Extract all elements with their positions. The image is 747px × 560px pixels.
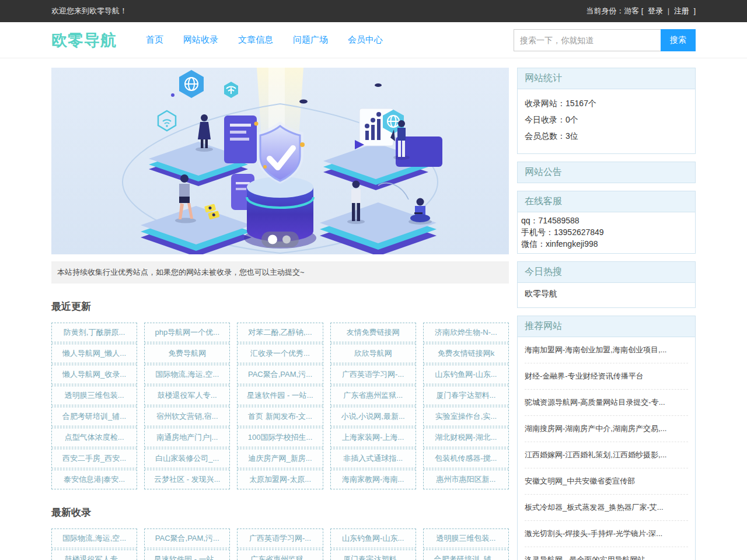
site-link[interactable]: 湖北财税网-湖北... bbox=[423, 428, 509, 447]
site-link[interactable]: 南通房地产门户|... bbox=[144, 428, 230, 447]
site-link[interactable]: 迪庆房产网_新房... bbox=[237, 449, 323, 468]
site-link[interactable]: 广西英语学习网-... bbox=[237, 528, 323, 548]
recommended-site-link[interactable]: 激光切割头-焊接头-手持焊-光学镜片-深... bbox=[525, 521, 688, 547]
site-link[interactable]: 广西英语学习网-... bbox=[330, 365, 416, 384]
announcement-panel-title: 网站公告 bbox=[518, 162, 695, 183]
site-link[interactable]: 鼓楼退役军人专... bbox=[144, 386, 230, 405]
site-link[interactable]: 透明膜三维包装... bbox=[423, 528, 509, 548]
recommended-site-link[interactable]: 安徽文明网_中共安徽省委宣传部 bbox=[525, 468, 688, 495]
identity-suffix: ] bbox=[693, 6, 696, 15]
site-link[interactable]: 实验室操作台,实... bbox=[423, 407, 509, 426]
service-contact-line: 手机号：13952627849 bbox=[521, 226, 692, 238]
nav-site-inclusion[interactable]: 网站收录 bbox=[183, 34, 218, 46]
login-link[interactable]: 登录 bbox=[648, 6, 663, 15]
hot-search-item[interactable]: 欧零导航 bbox=[525, 284, 688, 302]
site-link[interactable]: 首页 新闻发布-文... bbox=[237, 407, 323, 426]
service-contact-line: qq：714589588 bbox=[521, 215, 692, 226]
site-link[interactable]: 泰安信息港|泰安... bbox=[51, 470, 137, 489]
site-link[interactable]: 汇收录一个优秀... bbox=[237, 344, 323, 363]
identity-area: 当前身份：游客 [ 登录 | 注册 ] bbox=[586, 6, 696, 16]
site-link[interactable]: 国际物流,海运,空... bbox=[144, 365, 230, 384]
site-link[interactable]: 上海家装网-上海... bbox=[330, 428, 416, 447]
site-notice: 本站持续收集行业优秀站点，如果您的网站未被收录，您也可以主动提交~ bbox=[51, 261, 509, 284]
site-link[interactable]: 防黄剂,丁酰肼原... bbox=[51, 323, 137, 342]
site-link[interactable]: 免费友情链接网k bbox=[423, 344, 509, 363]
site-link[interactable]: 厦门春宇达塑料... bbox=[423, 386, 509, 405]
site-link[interactable]: 惠州市惠阳区新... bbox=[423, 470, 509, 489]
site-link[interactable]: 鼓楼退役军人专... bbox=[51, 550, 137, 560]
site-link[interactable]: 懒人导航网_懒人... bbox=[51, 344, 137, 363]
site-link[interactable]: 厦门春宇达塑料... bbox=[330, 550, 416, 560]
site-link[interactable]: 太原加盟网-太原... bbox=[237, 470, 323, 489]
site-link[interactable]: 点型气体浓度检... bbox=[51, 428, 137, 447]
stats-panel-title: 网站统计 bbox=[518, 68, 695, 89]
recommended-site-link[interactable]: 板式冷却器_板式蒸发器_换热器厂家-艾... bbox=[525, 495, 688, 521]
stat-line: 收录网站：15167个 bbox=[525, 99, 688, 109]
recommended-site-link[interactable]: 财经-金融界-专业财经资讯传播平台 bbox=[525, 363, 688, 390]
sidebar: 网站统计 收录网站：15167个今日收录：0个会员总数：3位 网站公告 在线客服… bbox=[517, 68, 696, 560]
site-link[interactable]: 西安二手房_西安... bbox=[51, 449, 137, 468]
identity-label: 当前身份：游客 [ bbox=[586, 6, 643, 15]
site-link[interactable]: 免费导航网 bbox=[144, 344, 230, 363]
deco-drone bbox=[299, 100, 308, 104]
site-link[interactable]: 国际物流,海运,空... bbox=[51, 528, 137, 548]
site-link[interactable]: 云梦社区 - 发现兴... bbox=[144, 470, 230, 489]
hot-search-title: 今日热搜 bbox=[518, 262, 695, 283]
site-link[interactable]: 欣欣导航网 bbox=[330, 344, 416, 363]
customer-service-title: 在线客服 bbox=[518, 191, 695, 212]
nav-home[interactable]: 首页 bbox=[146, 34, 163, 46]
search-button[interactable]: 搜索 bbox=[661, 29, 696, 51]
nav-article-info[interactable]: 文章信息 bbox=[238, 34, 273, 46]
site-link[interactable]: 山东钓鱼网-山东... bbox=[423, 365, 509, 384]
customer-service-panel: 在线客服 qq：714589588手机号：13952627849微信：xinfe… bbox=[517, 191, 696, 254]
site-link[interactable]: 星速软件园 - 一站... bbox=[144, 550, 230, 560]
recommended-site-link[interactable]: 江西婚嫁网-江西婚礼策划,江西婚纱摄影,... bbox=[525, 442, 688, 468]
deco-drone bbox=[375, 83, 382, 87]
site-link[interactable]: php导航网一个优... bbox=[144, 323, 230, 342]
recommended-site-link[interactable]: 洛灵导航网 - 最全面的实用导航网站 bbox=[525, 547, 688, 560]
site-link[interactable]: 山东钓鱼网-山东... bbox=[330, 528, 416, 548]
site-link[interactable]: 白山家装修公司_... bbox=[144, 449, 230, 468]
search-form: 搜索 bbox=[514, 29, 696, 51]
recommended-site-link[interactable]: 湖南搜房网-湖南房产中介,湖南房产交易,... bbox=[525, 416, 688, 442]
deco-dot bbox=[171, 93, 174, 97]
site-link[interactable]: 合肥考研培训_辅... bbox=[423, 550, 509, 560]
site-logo[interactable]: 欧零导航 bbox=[51, 30, 117, 51]
recommended-site-link[interactable]: 驼城资源导航网-高质量网站目录提交-专... bbox=[525, 390, 688, 416]
site-link[interactable]: 100国际学校招生... bbox=[237, 428, 323, 447]
carousel-indicator[interactable] bbox=[261, 232, 299, 247]
service-contact-line: 微信：xinfengkeji998 bbox=[521, 238, 692, 250]
site-link[interactable]: 宿州软文营销,宿... bbox=[144, 407, 230, 426]
hero-carousel[interactable] bbox=[51, 68, 509, 254]
carousel-dot[interactable] bbox=[282, 236, 291, 244]
site-link[interactable]: 小说,小说网,最新... bbox=[330, 407, 416, 426]
stat-line: 会员总数：3位 bbox=[525, 131, 688, 142]
nav-question-plaza[interactable]: 问题广场 bbox=[293, 34, 328, 46]
deco-coin bbox=[263, 165, 267, 169]
site-link[interactable]: PAC聚合,PAM,污... bbox=[144, 528, 230, 548]
latest-included-grid: 国际物流,海运,空...PAC聚合,PAM,污...广西英语学习网-...山东钓… bbox=[51, 528, 509, 560]
carousel-dot-active[interactable] bbox=[268, 235, 277, 244]
site-link[interactable]: PAC聚合,PAM,污... bbox=[237, 365, 323, 384]
nav-member-center[interactable]: 会员中心 bbox=[348, 34, 383, 46]
hot-search-panel: 今日热搜 欧零导航 bbox=[517, 261, 696, 308]
site-link[interactable]: 合肥考研培训_辅... bbox=[51, 407, 137, 426]
search-input[interactable] bbox=[514, 29, 661, 51]
recommended-site-link[interactable]: 海南加盟网-海南创业加盟,海南创业项目,... bbox=[525, 337, 688, 363]
site-link[interactable]: 友情免费链接网 bbox=[330, 323, 416, 342]
recent-updates-title: 最近更新 bbox=[51, 300, 509, 313]
site-link[interactable]: 包装机传感器-搅... bbox=[423, 449, 509, 468]
deco-coin bbox=[254, 122, 259, 126]
site-link[interactable]: 广东省惠州监狱... bbox=[330, 386, 416, 405]
site-link[interactable]: 海南家教网-海南... bbox=[330, 470, 416, 489]
stats-panel: 网站统计 收录网站：15167个今日收录：0个会员总数：3位 bbox=[517, 68, 696, 154]
site-link[interactable]: 济南欣烨生物-N-... bbox=[423, 323, 509, 342]
site-link[interactable]: 透明膜三维包装... bbox=[51, 386, 137, 405]
site-link[interactable]: 对苯二酚,乙醇钠,... bbox=[237, 323, 323, 342]
register-link[interactable]: 注册 bbox=[674, 6, 689, 15]
site-link[interactable]: 广东省惠州监狱... bbox=[237, 550, 323, 560]
site-link[interactable]: 非插入式通球指... bbox=[330, 449, 416, 468]
site-link[interactable]: 懒人导航网_收录... bbox=[51, 365, 137, 384]
site-link[interactable]: 星速软件园 - 一站... bbox=[237, 386, 323, 405]
login-register-separator: | bbox=[668, 6, 669, 15]
